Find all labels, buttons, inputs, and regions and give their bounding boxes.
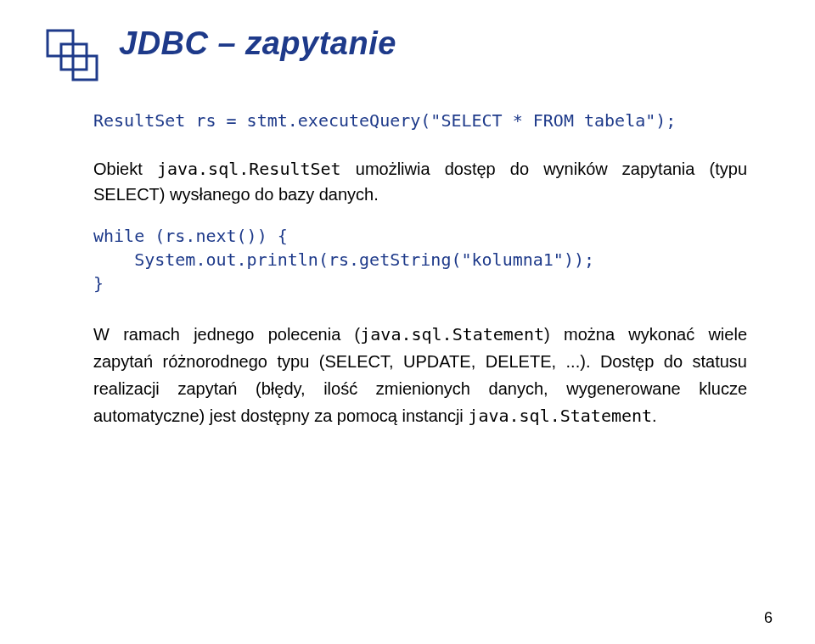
text-pre: W ramach jednego polecenia ( [93, 325, 360, 344]
slide: JDBC – zapytanie ResultSet rs = stmt.exe… [0, 0, 815, 644]
text-pre: Obiekt [93, 160, 157, 178]
code-block-2: while (rs.next()) { System.out.println(r… [93, 224, 773, 295]
text-post: . [652, 406, 657, 425]
code-block-1: ResultSet rs = stmt.executeQuery("SELECT… [93, 110, 773, 131]
svg-rect-2 [73, 56, 97, 80]
paragraph-2: W ramach jednego polecenia (java.sql.Sta… [93, 321, 747, 429]
paragraph-1: Obiekt java.sql.ResultSet umożliwia dost… [93, 156, 747, 207]
inline-code-2: java.sql.Statement [468, 406, 652, 426]
page-number: 6 [764, 609, 773, 627]
overlapping-squares-icon [42, 25, 102, 85]
inline-code: java.sql.ResultSet [157, 159, 341, 179]
inline-code-1: java.sql.Statement [360, 324, 544, 344]
slide-header: JDBC – zapytanie [42, 25, 773, 85]
slide-title: JDBC – zapytanie [119, 25, 396, 62]
